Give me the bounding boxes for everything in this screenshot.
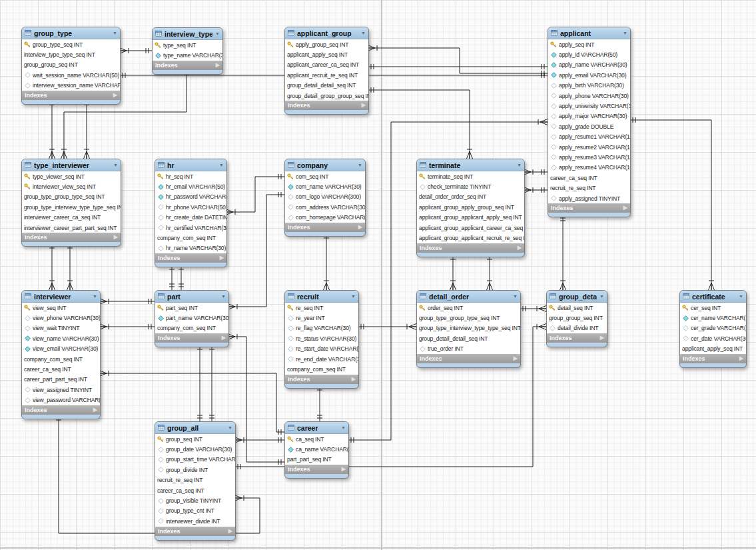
column-row[interactable]: applicant_apply_seq INT xyxy=(680,344,746,354)
indexes-section[interactable]: Indexes▶ xyxy=(417,354,520,363)
column-row[interactable]: apply_birth VARCHAR(30) xyxy=(548,81,630,91)
indexes-section[interactable]: Indexes▶ xyxy=(417,243,524,253)
column-row[interactable]: view_password VARCHAR(50) xyxy=(22,395,100,405)
column-row[interactable]: company_com_seq INT xyxy=(285,364,358,374)
column-row[interactable]: check_terminate TINYINT xyxy=(417,181,524,191)
column-row[interactable]: cer_name VARCHAR(30) xyxy=(680,313,746,323)
indexes-section[interactable]: Indexes▶ xyxy=(285,223,365,232)
column-row[interactable]: hr_seq INT xyxy=(155,171,226,181)
column-row[interactable]: career_part_part_seq INT xyxy=(22,375,100,385)
table-header[interactable]: recruit▼ xyxy=(285,291,358,303)
table-part[interactable]: part▼part_seq INTpart_name VARCHAR(30)co… xyxy=(155,290,229,347)
table-header[interactable]: interviewer▼ xyxy=(22,291,100,303)
column-row[interactable]: group_start_time VARCHAR(30) xyxy=(155,455,235,465)
column-row[interactable]: re_start_date VARCHAR(30) xyxy=(285,344,358,354)
collapse-arrow-icon[interactable]: ▼ xyxy=(341,425,346,430)
relationship-line[interactable] xyxy=(629,120,711,290)
table-hr[interactable]: hr▼hr_seq INThr_email VARCHAR(50)hr_pass… xyxy=(155,159,227,267)
table-certificate[interactable]: certificate▼cer_seq INTcer_name VARCHAR(… xyxy=(679,290,747,368)
column-row[interactable]: wait_session_name VARCHAR(50) xyxy=(22,70,120,80)
column-row[interactable]: interviewer_view_seq INT xyxy=(22,181,121,191)
column-row[interactable]: applicant_apply_seq INT xyxy=(285,49,368,59)
column-row[interactable]: type_seq INT xyxy=(153,40,222,50)
column-row[interactable]: applicant_group_apply_group_seq INT xyxy=(417,202,524,212)
column-row[interactable]: apply_grade DOUBLE xyxy=(548,121,630,131)
table-header[interactable]: type_interviewer▼ xyxy=(22,159,121,171)
collapse-arrow-icon[interactable]: ▼ xyxy=(361,31,366,35)
column-row[interactable]: cer_date VARCHAR(30) xyxy=(680,333,746,343)
column-row[interactable]: com_logo VARCHAR(300) xyxy=(285,192,365,202)
column-row[interactable]: applicant_group_applicant_recruit_re_seq… xyxy=(417,233,524,243)
column-row[interactable]: recruit_re_seq INT xyxy=(548,183,630,193)
column-row[interactable]: group_type_seq INT xyxy=(22,39,120,49)
indexes-section[interactable]: Indexes▶ xyxy=(155,333,228,343)
column-row[interactable]: applicant_recruit_re_seq INT xyxy=(285,70,368,80)
column-row[interactable]: apply_assigned TINYINT xyxy=(548,193,630,203)
column-row[interactable]: applicant_career_ca_seq INT xyxy=(285,60,368,70)
table-header[interactable]: detail_order▼ xyxy=(417,291,520,303)
column-row[interactable]: com_address VARCHAR(300) xyxy=(285,202,365,212)
table-header[interactable]: career▼ xyxy=(285,422,348,434)
column-row[interactable]: apply_resume2 VARCHAR(1000) xyxy=(548,142,630,152)
indexes-section[interactable]: Indexes▶ xyxy=(548,203,630,213)
column-row[interactable]: detail_divide INT xyxy=(547,323,607,333)
column-row[interactable]: apply_resume3 VARCHAR(1000) xyxy=(548,152,630,162)
column-row[interactable]: re_flag VARCHAR(30) xyxy=(285,323,358,333)
column-row[interactable]: apply_seq INT xyxy=(548,39,630,49)
column-row[interactable]: ca_seq INT xyxy=(285,434,348,444)
collapse-arrow-icon[interactable]: ▼ xyxy=(739,294,743,299)
indexes-section[interactable]: Indexes▶ xyxy=(285,465,348,474)
collapse-arrow-icon[interactable]: ▼ xyxy=(351,294,356,299)
column-row[interactable]: type_name VARCHAR(30) xyxy=(153,50,222,60)
column-row[interactable]: apply_name VARCHAR(30) xyxy=(548,60,630,70)
column-row[interactable]: true_order INT xyxy=(417,344,520,354)
indexes-section[interactable]: Indexes▶ xyxy=(547,333,607,343)
collapse-arrow-icon[interactable]: ▼ xyxy=(219,163,224,167)
column-row[interactable]: group_seq INT xyxy=(155,434,235,444)
collapse-arrow-icon[interactable]: ▼ xyxy=(599,294,604,299)
collapse-arrow-icon[interactable]: ▼ xyxy=(221,294,226,299)
column-row[interactable]: interview_session_name VARCHAR(50) xyxy=(22,81,120,91)
column-row[interactable]: type_viewer_seq INT xyxy=(22,171,121,181)
column-row[interactable]: group_detail_detail_seq INT xyxy=(417,333,520,343)
column-row[interactable]: group_detail_detail_seq INT xyxy=(285,81,368,91)
column-row[interactable]: apply_id VARCHAR(50) xyxy=(548,49,630,59)
column-row[interactable]: apply_resume4 VARCHAR(1000) xyxy=(548,163,630,173)
indexes-section[interactable]: Indexes▶ xyxy=(155,253,226,263)
column-row[interactable]: hr_name VARCHAR(30) xyxy=(155,243,226,253)
table-header[interactable]: group_all▼ xyxy=(155,422,235,434)
indexes-section[interactable]: Indexes▶ xyxy=(285,101,368,110)
column-row[interactable]: company_com_seq INT xyxy=(22,354,100,364)
relationship-line[interactable] xyxy=(228,195,284,307)
column-row[interactable]: com_homepage VARCHAR(300) xyxy=(285,213,365,223)
table-applicant[interactable]: applicant▼apply_seq INTapply_id VARCHAR(… xyxy=(548,27,631,217)
indexes-section[interactable]: Indexes▶ xyxy=(22,233,121,242)
table-applicant_group[interactable]: applicant_group▼apply_group_seq INTappli… xyxy=(284,27,369,115)
indexes-section[interactable]: Indexes▶ xyxy=(22,405,100,415)
column-row[interactable]: view_seq INT xyxy=(22,303,100,313)
table-type_interviewer[interactable]: type_interviewer▼type_viewer_seq INTinte… xyxy=(21,159,121,247)
column-row[interactable]: career_ca_seq INT xyxy=(22,364,100,374)
column-row[interactable]: group_group_seq INT xyxy=(547,313,607,323)
collapse-arrow-icon[interactable]: ▼ xyxy=(215,31,220,36)
column-row[interactable]: group_type_interview_type_type_seq INT xyxy=(417,323,520,333)
column-row[interactable]: re_status VARCHAR(30) xyxy=(285,333,358,343)
column-row[interactable]: hr_phone VARCHAR(50) xyxy=(155,202,226,212)
table-detail_order[interactable]: detail_order▼order_seq INTgroup_type_gro… xyxy=(416,290,521,368)
column-row[interactable]: detail_order_order_seq INT xyxy=(417,192,524,202)
column-row[interactable]: recruit_re_seq INT xyxy=(155,475,235,485)
column-row[interactable]: group_type_group_type_seq INT xyxy=(417,313,520,323)
column-row[interactable]: applicant_group_applicant_career_ca_seq … xyxy=(417,223,524,233)
column-row[interactable]: group_detail_group_group_seq INT xyxy=(285,91,368,101)
column-row[interactable]: apply_email VARCHAR(30) xyxy=(548,70,630,80)
column-row[interactable]: hr_password VARCHAR(50) xyxy=(155,192,226,202)
column-row[interactable]: part_part_seq INT xyxy=(285,455,348,465)
table-group_type[interactable]: group_type▼group_type_seq INTinterview_t… xyxy=(21,27,121,105)
column-row[interactable]: company_com_seq INT xyxy=(155,323,228,333)
table-header[interactable]: group_detail▼ xyxy=(547,291,607,303)
column-row[interactable]: interviewer_career_part_part_seq INT xyxy=(22,223,121,233)
collapse-arrow-icon[interactable]: ▼ xyxy=(623,31,627,35)
column-row[interactable]: apply_university VARCHAR(30) xyxy=(548,101,630,111)
column-row[interactable]: view_wait TINYINT xyxy=(22,323,100,333)
column-row[interactable]: group_group_seq INT xyxy=(22,60,120,70)
